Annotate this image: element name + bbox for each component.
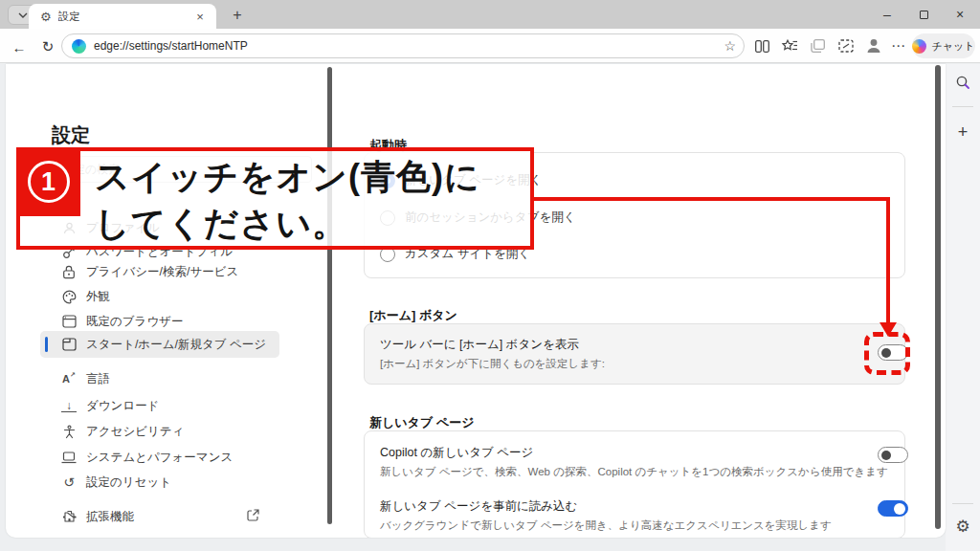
sidebar-item-start-home-newtab[interactable]: スタート/ホーム/新規タブ ページ <box>40 331 279 358</box>
extensions-icon <box>61 509 77 524</box>
favorites-star-icon <box>782 39 798 53</box>
main-scrollbar[interactable] <box>935 65 941 529</box>
annotation-line2: してください。 <box>95 200 480 247</box>
step-number: 1 <box>28 161 70 203</box>
sidebar-item-label: 拡張機能 <box>86 509 134 525</box>
sidebar-item-label: スタート/ホーム/新規タブ ページ <box>86 337 266 353</box>
edge-side-rail: + ⚙ <box>946 64 980 551</box>
sidebar-item-languages[interactable]: A↗ 言語 <box>40 365 279 392</box>
setting-description: 新しいタブ ページで、検索、Web の探索、Copilot のチャットを1つの検… <box>380 465 888 479</box>
rail-settings-button[interactable]: ⚙ <box>954 518 971 535</box>
copilot-icon <box>912 39 926 54</box>
annotation-highlight-rect <box>864 332 910 375</box>
sidebar-item-label: 既定のブラウザー <box>86 314 183 330</box>
rail-divider <box>952 106 973 107</box>
setting-label: ツール バーに [ホーム] ボタンを表示 <box>380 337 605 353</box>
gear-icon: ⚙ <box>40 11 52 23</box>
sidebar-item-label: 言語 <box>86 371 110 387</box>
setting-label: 新しいタブ ページを事前に読み込む <box>380 498 832 515</box>
annotation-arrowhead <box>880 322 897 337</box>
sidebar-scrollbar[interactable] <box>327 67 332 524</box>
tab-close-icon[interactable]: × <box>191 8 209 25</box>
sidebar-item-downloads[interactable]: ↓ ダウンロード <box>40 392 279 419</box>
window-minimize-button[interactable]: – <box>873 0 902 29</box>
annotation-text: スイッチをオン(青色)に してください。 <box>95 153 480 247</box>
setting-row-home-toggle: ツール バーに [ホーム] ボタンを表示 [ホーム] ボタンが下に開くものを設定… <box>380 337 605 371</box>
section-heading-new-tab: 新しいタブ ページ <box>369 414 474 431</box>
annotation-line1: スイッチをオン(青色)に <box>95 153 480 200</box>
sidebar-item-extensions[interactable]: 拡張機能 <box>40 503 279 530</box>
setting-row-preload-ntp: 新しいタブ ページを事前に読み込む バックグラウンドで新しいタブ ページを開き、… <box>380 498 832 533</box>
settings-heading: 設定 <box>52 122 90 148</box>
reset-icon: ↺ <box>61 474 77 490</box>
sidebar-item-privacy[interactable]: プライバシー/検索/サービス <box>40 258 279 285</box>
browser-toolbar: ← ↻ edge://settings/startHomeNTP ☆ <box>0 29 980 63</box>
download-icon: ↓ <box>61 400 77 412</box>
chevron-down-icon <box>18 12 28 18</box>
copilot-label: チャット <box>931 39 974 54</box>
sidebar-item-system-performance[interactable]: システムとパフォーマンス <box>40 444 279 471</box>
favorites-button[interactable] <box>780 37 799 55</box>
annotation-callout: 1 スイッチをオン(青色)に してください。 <box>16 147 534 250</box>
setting-label: Copilot の新しいタブ ページ <box>380 445 888 461</box>
tab-page-icon <box>61 337 77 352</box>
titlebar: ⚙ 設定 × + – × <box>0 0 980 29</box>
sidebar-item-appearance[interactable]: 外観 <box>40 283 279 310</box>
sidebar-item-about[interactable] <box>40 535 279 538</box>
accessibility-icon <box>61 424 77 439</box>
settings-page: 設定 設定の検索 プロファイル パスワードとオートフィル プライバシー/検索/サ… <box>6 64 946 538</box>
split-screen-icon <box>755 40 769 53</box>
setting-row-copilot-ntp: Copilot の新しいタブ ページ 新しいタブ ページで、検索、Web の探索… <box>380 445 888 479</box>
sidebar-item-reset-settings[interactable]: ↺ 設定のリセット <box>40 469 279 496</box>
edge-logo-icon <box>72 39 86 54</box>
new-tab-card: Copilot の新しいタブ ページ 新しいタブ ページで、検索、Web の探索… <box>364 430 905 538</box>
split-screen-button[interactable] <box>752 37 771 55</box>
laptop-icon <box>61 450 77 465</box>
copilot-chat-button[interactable]: チャット <box>912 33 975 58</box>
screenshot-icon <box>838 39 854 53</box>
more-options-button[interactable]: ⋯ <box>889 37 908 55</box>
selected-indicator <box>45 337 48 352</box>
rail-add-button[interactable]: + <box>954 123 971 141</box>
back-button[interactable]: ← <box>8 36 31 57</box>
toggle-knob <box>881 451 891 460</box>
section-heading-home-button: [ホーム] ボタン <box>369 307 457 324</box>
browser-window-icon <box>61 314 77 329</box>
external-link-icon <box>247 509 259 524</box>
screenshot-button[interactable] <box>836 37 856 55</box>
address-bar[interactable]: edge://settings/startHomeNTP ☆ <box>61 33 745 58</box>
annotation-arrow-horizontal <box>534 197 890 201</box>
url-text[interactable]: edge://settings/startHomeNTP <box>94 39 724 53</box>
palette-icon <box>61 289 77 304</box>
rail-divider-bottom <box>952 503 973 504</box>
sidebar-item-accessibility[interactable]: アクセシビリティ <box>40 418 279 445</box>
window-maximize-button[interactable] <box>909 0 938 29</box>
refresh-button[interactable]: ↻ <box>36 36 59 57</box>
sidebar-item-label: アクセシビリティ <box>86 424 184 440</box>
sidebar-item-label: プライバシー/検索/サービス <box>86 264 238 280</box>
setting-description: [ホーム] ボタンが下に開くものを設定します: <box>380 357 605 371</box>
maximize-icon <box>920 11 928 19</box>
copilot-ntp-toggle[interactable] <box>878 447 908 463</box>
preload-ntp-toggle[interactable] <box>878 500 908 517</box>
ellipsis-icon: ⋯ <box>891 37 906 55</box>
sidebar-item-label: システムとパフォーマンス <box>86 450 233 466</box>
annotation-arrow-vertical <box>886 197 890 323</box>
sidebar-item-label: ダウンロード <box>86 398 159 414</box>
home-button-card: ツール バーに [ホーム] ボタンを表示 [ホーム] ボタンが下に開くものを設定… <box>364 323 905 385</box>
sidebar-search-button[interactable] <box>954 74 971 91</box>
search-icon <box>955 75 970 90</box>
window-close-button[interactable]: × <box>946 0 974 29</box>
profile-button[interactable] <box>864 36 883 55</box>
favorite-star-icon[interactable]: ☆ <box>724 39 736 53</box>
new-tab-button[interactable]: + <box>226 6 249 25</box>
profile-avatar-icon <box>864 36 883 55</box>
sidebar-item-label: 外観 <box>86 289 110 305</box>
sidebar-item-label: 設定のリセット <box>86 474 171 491</box>
tab-settings[interactable]: ⚙ 設定 × <box>29 4 216 29</box>
lock-icon <box>61 264 77 279</box>
collections-button[interactable] <box>808 37 827 55</box>
language-icon: A↗ <box>61 371 77 386</box>
toggle-knob <box>894 503 905 515</box>
setting-description: バックグラウンドで新しいタブ ページを開き、より高速なエクスペリエンスを実現しま… <box>380 518 832 533</box>
